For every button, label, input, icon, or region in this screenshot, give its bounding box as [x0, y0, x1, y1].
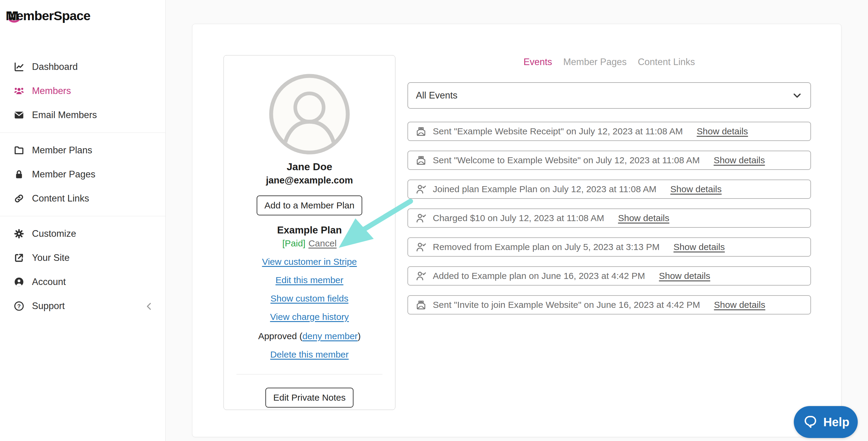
- users-icon: [13, 85, 25, 97]
- events-list: Sent "Example Website Receipt" on July 1…: [407, 122, 811, 324]
- avatar: [269, 73, 350, 155]
- envelope-icon: [13, 109, 25, 121]
- chevron-down-icon: [792, 90, 803, 101]
- brand-logo[interactable]: MM MemberSpace: [8, 8, 90, 23]
- chat-bubble-icon: [802, 414, 818, 430]
- sidebar-item-label: Support: [32, 301, 65, 311]
- user-circle-icon: [13, 276, 25, 288]
- plan-status-row: [Paid] Cancel: [282, 238, 337, 248]
- approved-text: Approved (: [258, 331, 303, 341]
- gear-icon: [13, 228, 25, 239]
- sidebar-item-account[interactable]: Account: [0, 270, 165, 294]
- show-details-link[interactable]: Show details: [659, 271, 710, 281]
- sidebar-item-label: Content Links: [32, 193, 89, 204]
- show-details-link[interactable]: Show details: [674, 242, 725, 252]
- chart-line-icon: [13, 61, 25, 73]
- show-details-link[interactable]: Show details: [671, 184, 722, 194]
- memberspace-app: MM MemberSpace Dashboard Members Emai: [0, 0, 868, 441]
- event-text: Added to Example plan on June 16, 2023 a…: [433, 271, 645, 281]
- svg-text:?: ?: [17, 303, 21, 309]
- approved-text-close: ): [358, 331, 361, 341]
- member-name: Jane Doe: [286, 161, 332, 173]
- event-text: Sent "Invite to join Example Website" on…: [433, 300, 700, 310]
- add-to-member-plan-button[interactable]: Add to a Member Plan: [257, 196, 363, 215]
- sidebar-item-label: Your Site: [32, 252, 70, 263]
- brand-logo-text: MM: [8, 8, 19, 23]
- event-row: Charged $10 on July 12, 2023 at 11:08 AM…: [407, 208, 811, 228]
- user-check-icon: [415, 212, 427, 224]
- sidebar-item-customize[interactable]: Customize: [0, 222, 165, 246]
- user-check-icon: [415, 183, 427, 195]
- event-row: Sent "Example Website Receipt" on July 1…: [407, 122, 811, 141]
- event-row: Sent "Welcome to Example Website" on Jul…: [407, 150, 811, 170]
- edit-private-notes-button[interactable]: Edit Private Notes: [266, 388, 353, 408]
- sidebar-item-your-site[interactable]: Your Site: [0, 246, 165, 270]
- tab-member-pages[interactable]: Member Pages: [563, 57, 627, 67]
- sidebar-item-label: Member Pages: [32, 169, 95, 180]
- user-check-icon: [415, 270, 427, 282]
- plan-name: Example Plan: [277, 225, 342, 236]
- member-detail-card: Jane Doe jane@example.com Add to a Membe…: [192, 24, 841, 437]
- envelope-open-text-icon: [415, 126, 427, 137]
- sidebar: MM MemberSpace Dashboard Members Emai: [0, 0, 165, 441]
- show-details-link[interactable]: Show details: [618, 213, 669, 223]
- sidebar-nav: Dashboard Members Email Members Member: [0, 55, 165, 318]
- paid-status-badge: [Paid]: [282, 238, 306, 248]
- sidebar-item-label: Members: [32, 86, 71, 96]
- link-icon: [13, 193, 25, 204]
- sidebar-item-members[interactable]: Members: [0, 79, 165, 103]
- sidebar-item-dashboard[interactable]: Dashboard: [0, 55, 165, 79]
- sidebar-divider: [0, 133, 165, 133]
- event-text: Charged $10 on July 12, 2023 at 11:08 AM: [433, 213, 604, 223]
- show-details-link[interactable]: Show details: [714, 155, 765, 165]
- sidebar-item-label: Customize: [32, 228, 76, 239]
- show-details-link[interactable]: Show details: [714, 300, 765, 310]
- event-row: Joined plan Example Plan on July 12, 202…: [407, 179, 811, 199]
- event-text: Sent "Welcome to Example Website" on Jul…: [433, 155, 700, 165]
- sidebar-item-label: Email Members: [32, 110, 97, 121]
- user-check-icon: [415, 241, 427, 253]
- edit-this-member-link[interactable]: Edit this member: [275, 275, 343, 285]
- external-link-icon: [13, 252, 25, 264]
- detail-tabs: Events Member Pages Content Links: [407, 57, 811, 67]
- help-button[interactable]: Help: [794, 406, 858, 438]
- event-row: Removed from Example plan on July 5, 202…: [407, 237, 811, 257]
- chevron-left-icon[interactable]: [144, 301, 154, 311]
- sidebar-item-email-members[interactable]: Email Members: [0, 103, 165, 127]
- view-charge-history-link[interactable]: View charge history: [270, 312, 349, 322]
- envelope-open-text-icon: [415, 155, 427, 166]
- sidebar-item-member-plans[interactable]: Member Plans: [0, 138, 165, 162]
- cancel-plan-link[interactable]: Cancel: [309, 238, 337, 248]
- tab-events[interactable]: Events: [524, 57, 552, 67]
- sidebar-item-label: Dashboard: [32, 62, 78, 72]
- folder-icon: [13, 145, 25, 156]
- sidebar-item-label: Member Plans: [32, 145, 92, 156]
- show-details-link[interactable]: Show details: [697, 126, 748, 136]
- event-text: Joined plan Example Plan on July 12, 202…: [433, 184, 657, 194]
- deny-member-link[interactable]: deny member: [303, 331, 358, 341]
- question-circle-icon: ?: [13, 300, 25, 312]
- sidebar-item-support[interactable]: ? Support: [0, 294, 165, 318]
- tab-content-links[interactable]: Content Links: [638, 57, 695, 67]
- sidebar-item-content-links[interactable]: Content Links: [0, 186, 165, 210]
- event-text: Sent "Example Website Receipt" on July 1…: [433, 126, 683, 136]
- member-profile-panel: Jane Doe jane@example.com Add to a Membe…: [223, 55, 395, 410]
- sidebar-item-label: Account: [32, 276, 66, 287]
- event-row: Added to Example plan on June 16, 2023 a…: [407, 266, 811, 285]
- approval-status: Approved (deny member): [258, 331, 361, 341]
- help-button-label: Help: [824, 415, 849, 429]
- event-row: Sent "Invite to join Example Website" on…: [407, 295, 811, 314]
- envelope-open-text-icon: [415, 299, 427, 311]
- events-filter-value: All Events: [416, 90, 458, 101]
- event-text: Removed from Example plan on July 5, 202…: [433, 242, 660, 252]
- panel-divider: [237, 374, 382, 374]
- events-filter-dropdown[interactable]: All Events: [407, 82, 811, 109]
- sidebar-item-member-pages[interactable]: Member Pages: [0, 162, 165, 186]
- delete-this-member-link[interactable]: Delete this member: [270, 349, 349, 360]
- lock-icon: [13, 169, 25, 180]
- member-email: jane@example.com: [266, 175, 353, 186]
- show-custom-fields-link[interactable]: Show custom fields: [271, 294, 348, 304]
- view-customer-in-stripe-link[interactable]: View customer in Stripe: [262, 257, 357, 267]
